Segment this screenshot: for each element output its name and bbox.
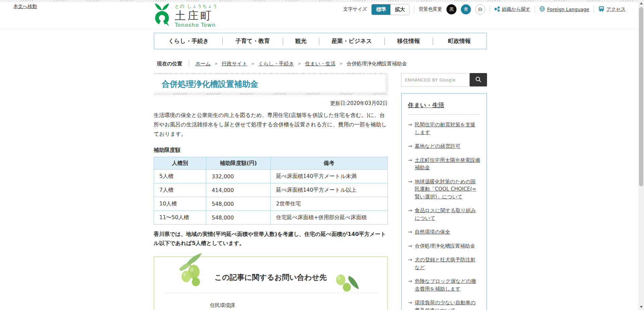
search-icon bbox=[475, 76, 482, 84]
cell-tank: 5人槽 bbox=[154, 170, 206, 183]
list-item: → 墓地などの経営許可 bbox=[408, 142, 480, 150]
org-search-link[interactable]: 組織から探す bbox=[494, 6, 530, 13]
sidebar: 住まい・生活 → 民間住宅の耐震対策を支援します → 墓地などの経営許可 → 土… bbox=[401, 73, 487, 310]
sidebar-link[interactable]: 危険なブロック塀などの撤去費用を補助します bbox=[415, 277, 480, 293]
sidebar-link[interactable]: 食品ロスに関する取り組みについて bbox=[415, 207, 480, 222]
search-button[interactable] bbox=[470, 73, 487, 86]
search-input[interactable] bbox=[401, 73, 470, 86]
access-link[interactable]: アクセス bbox=[598, 6, 626, 13]
arrow-icon: → bbox=[408, 277, 412, 293]
bg-color-label: 背景色変更 bbox=[419, 6, 442, 12]
font-size-label: 文字サイズ bbox=[343, 6, 367, 12]
sidebar-link-current[interactable]: 合併処理浄化槽設置補助金 bbox=[415, 242, 475, 250]
cell-remarks: 住宅延べ床面積+併用部分延べ床面積 bbox=[271, 211, 388, 225]
table-row: 10人槽 548,000 2世帯住宅 bbox=[154, 197, 388, 211]
org-search-label: 組織から探す bbox=[502, 6, 530, 12]
list-item: → 環境負荷の少ない自動車の普及促進について bbox=[408, 299, 480, 310]
sidebar-link[interactable]: 犬の登録と狂犬病予防注射など bbox=[415, 256, 480, 271]
sidebar-link[interactable]: 墓地などの経営許可 bbox=[415, 142, 461, 150]
globe-icon bbox=[539, 6, 545, 13]
col-header-tank: 人槽別 bbox=[154, 157, 206, 170]
category-menu: 住まい・生活 → 民間住宅の耐震対策を支援します → 墓地などの経営許可 → 土… bbox=[401, 93, 487, 310]
nav-item-chosei[interactable]: 町政情報 bbox=[433, 34, 486, 49]
cell-amount: 414,000 bbox=[206, 183, 271, 197]
bus-icon bbox=[598, 6, 604, 13]
list-item: → 土庄町住宅用太陽光発電設備補助金 bbox=[408, 157, 480, 172]
bg-black-button[interactable]: 黒 bbox=[446, 4, 457, 14]
sidebar-link[interactable]: 環境負荷の少ない自動車の普及促進について bbox=[415, 299, 480, 310]
nav-item-kurashi[interactable]: くらし・手続き bbox=[155, 34, 222, 49]
font-size-standard-button[interactable]: 標準 bbox=[372, 4, 390, 15]
breadcrumb-link-home[interactable]: ホーム bbox=[195, 61, 211, 67]
nav-item-iju[interactable]: 移住情報 bbox=[384, 34, 433, 49]
olive-branch-icon bbox=[175, 252, 213, 288]
breadcrumb-link-sumai[interactable]: 住まい・生活 bbox=[305, 61, 336, 67]
scroll-up-icon bbox=[640, 2, 643, 4]
subsidy-table: 人槽別 補助限度額(円) 備考 5人槽 332,000 延べ床面積140平方メー… bbox=[154, 157, 388, 225]
sidebar-link[interactable]: 地球温暖化対策のための国民運動「COOL CHOICE(=賢い選択)」について bbox=[415, 178, 480, 201]
scrollbar-thumb[interactable] bbox=[639, 7, 643, 186]
arrow-icon: → bbox=[408, 121, 412, 136]
menu-divider bbox=[408, 114, 480, 115]
arrow-icon: → bbox=[408, 207, 412, 222]
header-separator bbox=[490, 5, 490, 13]
breadcrumb-separator: ＞ bbox=[339, 61, 343, 67]
scroll-down-icon bbox=[640, 306, 643, 308]
logo-town-name: 土庄町 bbox=[175, 10, 218, 22]
list-item: → 自然環境の保全 bbox=[408, 228, 480, 236]
site-logo[interactable]: との しょうちょう 土庄町 Tonosho Town bbox=[153, 3, 218, 29]
arrow-icon: → bbox=[408, 299, 412, 310]
sidebar-link[interactable]: 自然環境の保全 bbox=[415, 228, 450, 236]
scrollbar[interactable] bbox=[638, 0, 644, 310]
table-row: 5人槽 332,000 延べ床面積140平方メートル未満 bbox=[154, 170, 388, 183]
org-chart-icon bbox=[494, 6, 500, 13]
title-hatch-strip bbox=[386, 73, 388, 95]
skip-to-content-link[interactable]: 本文へ移動 bbox=[13, 4, 37, 10]
menu-title-link[interactable]: 住まい・生活 bbox=[408, 101, 444, 109]
breadcrumb-link-kurashi[interactable]: くらし・手続き bbox=[258, 61, 294, 67]
foreign-language-link[interactable]: Foreign Language bbox=[539, 6, 589, 13]
breadcrumb-separator: ＞ bbox=[251, 61, 255, 67]
header-controls: 文字サイズ 標準 拡大 背景色変更 黒 青 白 組織から探す Foreign L… bbox=[343, 4, 626, 15]
note-paragraph: 香川県では、地域の実情(平均延べ面積や世帯人数)を考慮し、住宅の延べ面積が140… bbox=[154, 230, 388, 248]
logo-furigana: との しょうちょう bbox=[175, 3, 218, 9]
sidebar-link[interactable]: 民間住宅の耐震対策を支援します bbox=[415, 121, 480, 136]
bg-blue-button[interactable]: 青 bbox=[461, 4, 471, 14]
nav-item-sangyo[interactable]: 産業・ビジネス bbox=[319, 34, 384, 49]
cell-amount: 548,000 bbox=[206, 211, 271, 225]
breadcrumb-separator: ＞ bbox=[298, 61, 302, 67]
list-item-current: → 合併処理浄化槽設置補助金 bbox=[408, 242, 480, 250]
arrow-icon: → bbox=[408, 228, 412, 236]
access-label: アクセス bbox=[606, 6, 626, 12]
cell-amount: 332,000 bbox=[206, 170, 271, 183]
foreign-language-label: Foreign Language bbox=[547, 7, 589, 12]
header-divider bbox=[0, 29, 644, 29]
article: 合併処理浄化槽設置補助金 更新日:2020年03月02日 生活環境の保全と公衆衛… bbox=[154, 73, 388, 310]
scroll-up-button[interactable] bbox=[638, 0, 644, 6]
arrow-icon: → bbox=[408, 157, 412, 172]
nav-item-kosodate[interactable]: 子育て・教育 bbox=[222, 34, 283, 49]
font-size-large-button[interactable]: 拡大 bbox=[390, 4, 409, 15]
breadcrumb-divider bbox=[189, 60, 189, 67]
col-header-amount: 補助限度額(円) bbox=[206, 157, 271, 170]
scroll-down-button[interactable] bbox=[638, 304, 644, 310]
arrow-icon: → bbox=[408, 178, 412, 201]
contact-box: この記事に関するお問い合わせ先 住民環境課 〒761-4192 香川県小豆郡土庄… bbox=[154, 256, 388, 310]
list-item: → 危険なブロック塀などの撤去費用を補助します bbox=[408, 277, 480, 293]
updated-date: 更新日:2020年03月02日 bbox=[154, 100, 388, 107]
cell-tank: 11〜50人槽 bbox=[154, 211, 206, 225]
arrow-icon: → bbox=[408, 256, 412, 271]
table-header-row: 人槽別 補助限度額(円) 備考 bbox=[154, 157, 388, 170]
breadcrumb: 現在の位置 ホーム ＞ 行政サイト ＞ くらし・手続き ＞ 住まい・生活 ＞ 合… bbox=[154, 58, 487, 70]
logo-english-name: Tonosho Town bbox=[175, 22, 218, 28]
breadcrumb-label: 現在の位置 bbox=[154, 61, 189, 67]
breadcrumb-link-gyosei[interactable]: 行政サイト bbox=[222, 61, 247, 67]
cell-amount: 548,000 bbox=[206, 197, 271, 211]
table-row: 7人槽 414,000 延べ床面積140平方メートル以上 bbox=[154, 183, 388, 197]
bg-white-button[interactable]: 白 bbox=[475, 4, 485, 14]
town-emblem-icon bbox=[153, 3, 171, 29]
nav-item-kanko[interactable]: 観光 bbox=[283, 34, 319, 49]
cell-tank: 7人槽 bbox=[154, 183, 206, 197]
sidebar-link[interactable]: 土庄町住宅用太陽光発電設備補助金 bbox=[415, 157, 480, 172]
table-caption: 補助限度額 bbox=[154, 147, 388, 154]
